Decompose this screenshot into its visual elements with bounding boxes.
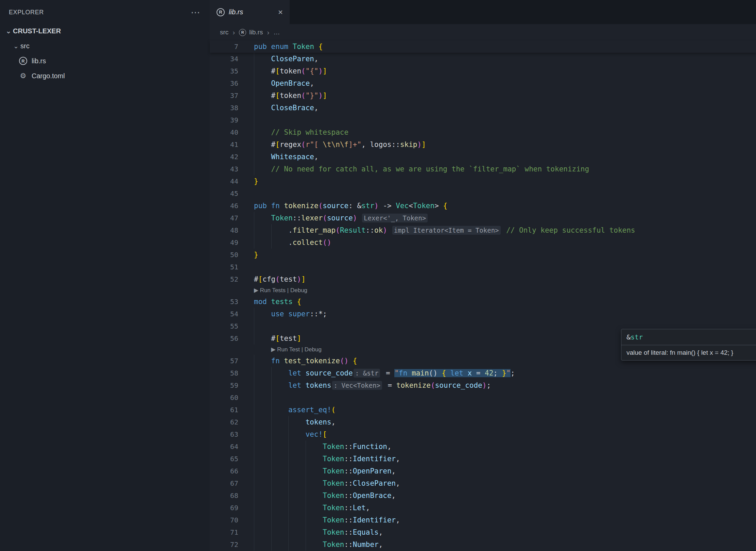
line-number[interactable]: 40: [210, 126, 254, 138]
inlay-hint[interactable]: : Vec<Token>: [332, 381, 382, 390]
line-number[interactable]: 34: [210, 53, 254, 65]
code-line-37[interactable]: 37 #[token("}")]: [210, 89, 756, 102]
code-line-65[interactable]: 65 Token::Identifier,: [210, 453, 756, 465]
line-number[interactable]: 47: [210, 212, 254, 224]
code-line-58[interactable]: 58 let source_code: &str = "fn main() { …: [210, 367, 756, 379]
line-number[interactable]: 67: [210, 477, 254, 489]
code-line-71[interactable]: 71 Token::Equals,: [210, 526, 756, 538]
indent-guide: [254, 224, 254, 236]
more-actions-icon[interactable]: ⋯: [191, 10, 200, 15]
code-line-content: Token::Equals,: [254, 526, 756, 538]
line-number[interactable]: 38: [210, 102, 254, 114]
close-icon[interactable]: ×: [273, 7, 283, 17]
line-number[interactable]: 49: [210, 236, 254, 249]
code-line-61[interactable]: 61 assert_eq!(: [210, 404, 756, 416]
code-line-7[interactable]: 7pub enum Token {: [210, 40, 756, 53]
line-number[interactable]: 46: [210, 200, 254, 212]
line-number[interactable]: 39: [210, 114, 254, 126]
code-line-39[interactable]: 39: [210, 114, 756, 126]
code-line-44[interactable]: 44}: [210, 175, 756, 187]
line-number[interactable]: 72: [210, 538, 254, 551]
code-line-42[interactable]: 42 Whitespace,: [210, 151, 756, 163]
code-line-52[interactable]: 52#[cfg(test)]: [210, 273, 756, 285]
line-number[interactable]: 51: [210, 261, 254, 273]
code-line-53[interactable]: 53mod tests {: [210, 296, 756, 308]
code-line-60[interactable]: 60: [210, 391, 756, 404]
inlay-hint[interactable]: : &str: [354, 369, 380, 378]
line-number[interactable]: 43: [210, 163, 254, 175]
line-number[interactable]: 50: [210, 249, 254, 261]
line-number[interactable]: 68: [210, 489, 254, 502]
breadcrumb-item--[interactable]: …: [273, 29, 280, 36]
line-number[interactable]: 7: [210, 40, 254, 53]
line-number[interactable]: 60: [210, 391, 254, 404]
code-line-66[interactable]: 66 Token::OpenParen,: [210, 465, 756, 477]
code-line-40[interactable]: 40 // Skip whitespace: [210, 126, 756, 138]
code-line-47[interactable]: 47 Token::lexer(source) Lexer<'_, Token>: [210, 212, 756, 224]
inlay-hint[interactable]: impl Iterator<Item = Token>: [392, 226, 501, 235]
line-number[interactable]: 66: [210, 465, 254, 477]
code-line-72[interactable]: 72 Token::Number,: [210, 538, 756, 551]
line-number[interactable]: 64: [210, 440, 254, 453]
code-line-45[interactable]: 45: [210, 187, 756, 200]
tree-item-src[interactable]: ⌄src: [0, 38, 210, 53]
line-number[interactable]: 52: [210, 273, 254, 285]
line-number[interactable]: 59: [210, 379, 254, 391]
line-number[interactable]: 69: [210, 502, 254, 514]
code-line-38[interactable]: 38 CloseBrace,: [210, 102, 756, 114]
code-line-63[interactable]: 63 vec![: [210, 428, 756, 440]
code-line-36[interactable]: 36 OpenBrace,: [210, 77, 756, 89]
code-line-51[interactable]: 51: [210, 261, 756, 273]
line-number[interactable]: 42: [210, 151, 254, 163]
line-number[interactable]: 35: [210, 65, 254, 77]
code-line-46[interactable]: 46pub fn tokenize(source: &str) -> Vec<T…: [210, 200, 756, 212]
code-line-34[interactable]: 34 CloseParen,: [210, 53, 756, 65]
line-number[interactable]: 61: [210, 404, 254, 416]
line-number[interactable]: 58: [210, 367, 254, 379]
line-number[interactable]: 65: [210, 453, 254, 465]
line-number[interactable]: 37: [210, 89, 254, 102]
line-number[interactable]: 63: [210, 428, 254, 440]
code-line-43[interactable]: 43 // No need for catch all, as we are u…: [210, 163, 756, 175]
line-number[interactable]: 57: [210, 355, 254, 367]
code-line-50[interactable]: 50}: [210, 249, 756, 261]
line-number[interactable]: 54: [210, 308, 254, 320]
line-number[interactable]: 56: [210, 332, 254, 345]
code-line-69[interactable]: 69 Token::Let,: [210, 502, 756, 514]
line-number[interactable]: 48: [210, 224, 254, 236]
tree-item-cargo-toml[interactable]: ⚙Cargo.toml: [0, 68, 210, 83]
code-line-54[interactable]: 54 use super::*;: [210, 308, 756, 320]
code-line-67[interactable]: 67 Token::CloseParen,: [210, 477, 756, 489]
code-line-35[interactable]: 35 #[token("{")]: [210, 65, 756, 77]
line-number[interactable]: 44: [210, 175, 254, 187]
line-number[interactable]: 70: [210, 514, 254, 526]
line-number[interactable]: 62: [210, 416, 254, 428]
tab-lib-rs[interactable]: R lib.rs ×: [210, 0, 290, 24]
breadcrumb-item-lib-rs[interactable]: Rlib.rs: [239, 29, 263, 36]
codelens-action[interactable]: ▶ Run Tests | Debug: [254, 285, 307, 296]
line-number[interactable]: 45: [210, 187, 254, 200]
code-line-41[interactable]: 41 #[regex(r"[ \t\n\f]+", logos::skip)]: [210, 138, 756, 151]
line-number[interactable]: 36: [210, 77, 254, 89]
code-line-59[interactable]: 59 let tokens: Vec<Token> = tokenize(sou…: [210, 379, 756, 391]
code-line-64[interactable]: 64 Token::Function,: [210, 440, 756, 453]
code-lines[interactable]: 34 CloseParen,35 #[token("{")]36 OpenBra…: [210, 53, 756, 551]
line-number[interactable]: 41: [210, 138, 254, 151]
code-line-62[interactable]: 62 tokens,: [210, 416, 756, 428]
code-line-70[interactable]: 70 Token::Identifier,: [210, 514, 756, 526]
sticky-scroll-line[interactable]: 7pub enum Token {: [210, 40, 756, 53]
codelens-action[interactable]: ▶ Run Test | Debug: [254, 345, 322, 355]
code-line-48[interactable]: 48 .filter_map(Result::ok) impl Iterator…: [210, 224, 756, 236]
tree-root-workspace[interactable]: ⌄ CRUST-LEXER: [0, 23, 210, 38]
code-line-68[interactable]: 68 Token::OpenBrace,: [210, 489, 756, 502]
inlay-hint[interactable]: Lexer<'_, Token>: [362, 214, 428, 222]
indent-guide: [254, 355, 254, 367]
breadcrumb-item-src[interactable]: src: [220, 29, 228, 36]
tree-item-lib-rs[interactable]: Rlib.rs: [0, 53, 210, 68]
line-number[interactable]: 53: [210, 296, 254, 308]
line-number[interactable]: 71: [210, 526, 254, 538]
code-line-content: let tokens: Vec<Token> = tokenize(source…: [254, 379, 756, 391]
line-number[interactable]: 55: [210, 320, 254, 332]
code-line-49[interactable]: 49 .collect(): [210, 236, 756, 249]
indent-guide: [271, 489, 272, 502]
